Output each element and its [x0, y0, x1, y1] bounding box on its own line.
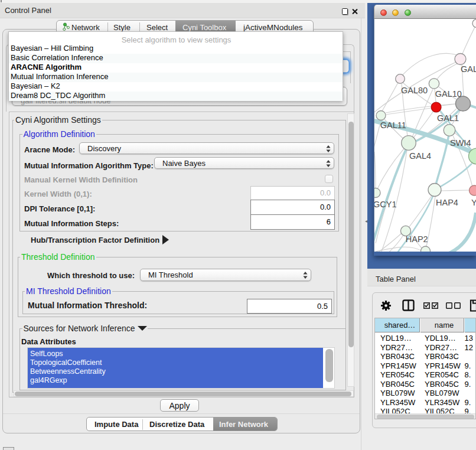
svg-text:SWI4: SWI4 [450, 138, 471, 148]
svg-text:HAP4: HAP4 [436, 198, 458, 207]
svg-text:GCY1: GCY1 [374, 200, 397, 209]
svg-text:GAL80: GAL80 [461, 64, 476, 74]
svg-text:GAL10: GAL10 [435, 89, 462, 99]
svg-text:GAL4: GAL4 [409, 151, 431, 161]
svg-text:GAL11: GAL11 [380, 120, 406, 130]
svg-text:GAL80: GAL80 [401, 86, 428, 95]
svg-text:HAP2: HAP2 [406, 234, 428, 244]
svg-text:YJ: YJ [471, 198, 476, 207]
svg-text:GAL1: GAL1 [437, 113, 459, 123]
